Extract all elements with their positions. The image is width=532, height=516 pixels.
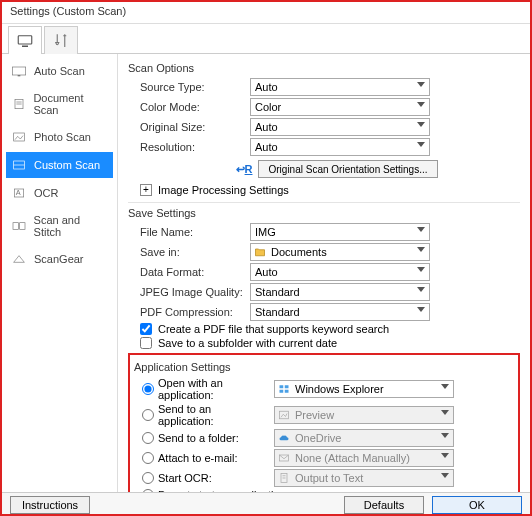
- scan-options-heading: Scan Options: [128, 62, 520, 74]
- source-type-label: Source Type:: [128, 81, 244, 93]
- data-format-select[interactable]: Auto: [250, 263, 430, 281]
- image-processing-label: Image Processing Settings: [158, 184, 289, 196]
- save-settings-heading: Save Settings: [128, 207, 520, 219]
- file-name-input[interactable]: IMG: [250, 223, 430, 241]
- preview-icon: [278, 409, 290, 421]
- folder-icon: [254, 246, 266, 258]
- svg-rect-1: [22, 45, 28, 47]
- color-mode-select[interactable]: Color: [250, 98, 430, 116]
- application-settings-heading: Application Settings: [134, 361, 512, 373]
- chevron-down-icon: [417, 287, 425, 292]
- svg-text:A: A: [16, 188, 21, 197]
- svg-rect-15: [285, 385, 289, 388]
- chevron-down-icon: [441, 410, 449, 415]
- sidebar-item-label: Photo Scan: [34, 131, 91, 143]
- send-to-app-select: Preview: [274, 406, 454, 424]
- open-with-radio[interactable]: Open with an application:: [136, 377, 268, 401]
- color-mode-label: Color Mode:: [128, 101, 244, 113]
- text-file-icon: [278, 472, 290, 484]
- pdf-compression-label: PDF Compression:: [128, 306, 244, 318]
- stitch-icon: [10, 219, 28, 233]
- instructions-button[interactable]: Instructions: [10, 496, 90, 514]
- chevron-down-icon: [417, 82, 425, 87]
- chevron-down-icon: [417, 227, 425, 232]
- chevron-down-icon: [417, 307, 425, 312]
- save-in-select[interactable]: Documents: [250, 243, 430, 261]
- original-size-select[interactable]: Auto: [250, 118, 430, 136]
- content-pane: Scan Options Source Type: Auto Color Mod…: [118, 54, 530, 492]
- send-to-app-radio[interactable]: Send to an application:: [136, 403, 268, 427]
- start-ocr-radio[interactable]: Start OCR:: [136, 472, 268, 484]
- subfolder-date-checkbox[interactable]: Save to a subfolder with current date: [140, 337, 520, 349]
- send-to-folder-select: OneDrive: [274, 429, 454, 447]
- send-to-folder-radio[interactable]: Send to a folder:: [136, 432, 268, 444]
- save-in-label: Save in:: [128, 246, 244, 258]
- resolution-label: Resolution:: [128, 141, 244, 153]
- start-ocr-select: Output to Text: [274, 469, 454, 487]
- svg-rect-16: [280, 390, 284, 393]
- pdf-compression-select[interactable]: Standard: [250, 303, 430, 321]
- svg-rect-0: [18, 35, 32, 43]
- sidebar-item-label: Document Scan: [33, 92, 109, 116]
- sidebar-item-auto-scan[interactable]: Auto Scan: [6, 58, 113, 84]
- sidebar: Auto Scan Document Scan Photo Scan Custo…: [2, 54, 118, 492]
- svg-rect-12: [13, 223, 18, 230]
- tab-bar: [2, 24, 530, 54]
- onedrive-icon: [278, 432, 290, 444]
- attach-email-select: None (Attach Manually): [274, 449, 454, 467]
- chevron-down-icon: [441, 473, 449, 478]
- sidebar-item-custom-scan[interactable]: Custom Scan: [6, 152, 113, 178]
- defaults-button[interactable]: Defaults: [344, 496, 424, 514]
- sidebar-item-label: Auto Scan: [34, 65, 85, 77]
- sidebar-item-photo-scan[interactable]: Photo Scan: [6, 124, 113, 150]
- ok-button[interactable]: OK: [432, 496, 522, 514]
- do-not-start-radio[interactable]: Do not start an application: [136, 489, 286, 492]
- chevron-down-icon: [417, 102, 425, 107]
- data-format-label: Data Format:: [128, 266, 244, 278]
- sidebar-item-scan-and-stitch[interactable]: Scan and Stitch: [6, 208, 113, 244]
- sidebar-item-scangear[interactable]: ScanGear: [6, 246, 113, 272]
- sidebar-item-label: Scan and Stitch: [34, 214, 109, 238]
- file-name-label: File Name:: [128, 226, 244, 238]
- chevron-down-icon: [417, 267, 425, 272]
- explorer-icon: [278, 383, 290, 395]
- sidebar-item-label: ScanGear: [34, 253, 84, 265]
- pdf-keyword-checkbox[interactable]: Create a PDF file that supports keyword …: [140, 323, 520, 335]
- svg-rect-3: [18, 75, 21, 76]
- chevron-down-icon: [417, 122, 425, 127]
- tab-tools[interactable]: [44, 26, 78, 54]
- photo-scan-icon: [10, 130, 28, 144]
- jpeg-quality-select[interactable]: Standard: [250, 283, 430, 301]
- chevron-down-icon: [441, 453, 449, 458]
- sidebar-item-label: OCR: [34, 187, 58, 199]
- svg-rect-14: [280, 385, 284, 388]
- chevron-down-icon: [417, 247, 425, 252]
- auto-refresh-icon[interactable]: ↩R: [236, 162, 252, 176]
- svg-rect-13: [19, 223, 24, 230]
- window-title: Settings (Custom Scan): [2, 2, 530, 24]
- svg-rect-17: [285, 390, 289, 393]
- application-settings-section: Application Settings Open with an applic…: [128, 353, 520, 492]
- tab-scan-from-computer[interactable]: [8, 26, 42, 54]
- jpeg-quality-label: JPEG Image Quality:: [128, 286, 244, 298]
- chevron-down-icon: [417, 142, 425, 147]
- orientation-settings-button[interactable]: Original Scan Orientation Settings...: [258, 160, 438, 178]
- footer: Instructions Defaults OK: [2, 492, 530, 516]
- expand-plus-icon: +: [140, 184, 152, 196]
- sidebar-item-label: Custom Scan: [34, 159, 100, 171]
- sidebar-item-ocr[interactable]: A OCR: [6, 180, 113, 206]
- attach-email-radio[interactable]: Attach to e-mail:: [136, 452, 268, 464]
- source-type-select[interactable]: Auto: [250, 78, 430, 96]
- image-processing-expander[interactable]: + Image Processing Settings: [140, 184, 520, 196]
- original-size-label: Original Size:: [128, 121, 244, 133]
- scangear-icon: [10, 252, 28, 266]
- ocr-icon: A: [10, 186, 28, 200]
- chevron-down-icon: [441, 433, 449, 438]
- custom-scan-icon: [10, 158, 28, 172]
- document-scan-icon: [10, 97, 27, 111]
- mail-icon: [278, 452, 290, 464]
- auto-scan-icon: [10, 64, 28, 78]
- resolution-select[interactable]: Auto: [250, 138, 430, 156]
- open-with-select[interactable]: Windows Explorer: [274, 380, 454, 398]
- sidebar-item-document-scan[interactable]: Document Scan: [6, 86, 113, 122]
